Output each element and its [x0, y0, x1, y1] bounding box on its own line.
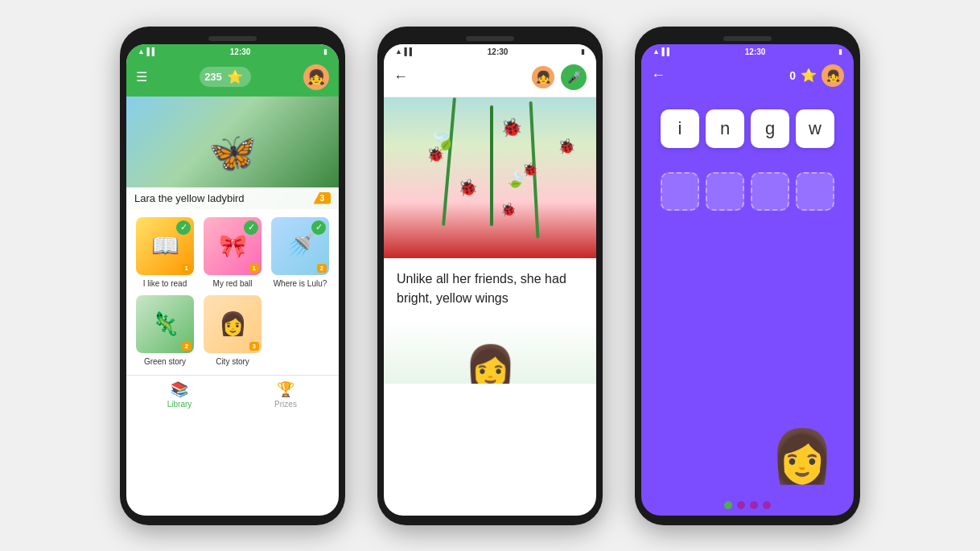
- books-grid: 📖 ✓ 1 I like to read 🎀 ✓ 1 My red ball 🚿…: [126, 209, 339, 375]
- book-thumb-read: 📖 ✓ 1: [136, 217, 194, 275]
- status-time-1: 12:30: [230, 47, 251, 56]
- nav-library-label: Library: [167, 400, 192, 409]
- star-icon: ⭐: [227, 69, 243, 84]
- coins-count: 235: [204, 71, 222, 83]
- quiz-star-icon: ⭐: [801, 68, 817, 83]
- featured-level-badge: 3: [313, 192, 331, 204]
- answer-slot-4[interactable]: [796, 172, 834, 211]
- letter-tile-n[interactable]: n: [706, 109, 744, 148]
- book-level-4: 2: [182, 342, 191, 351]
- list-item[interactable]: 📖 ✓ 1 I like to read: [134, 217, 196, 289]
- status-battery-3: ▮: [838, 47, 842, 56]
- phone-library: ▲ ▌▌ 12:30 ▮ ☰ 235 ⭐ 👧 🦋 Lara the yellow…: [120, 27, 345, 525]
- book-label-3: Where is Lulu?: [274, 278, 327, 289]
- progress-dots: [641, 495, 854, 516]
- answer-slot-3[interactable]: [751, 172, 789, 211]
- phone1-screen: ▲ ▌▌ 12:30 ▮ ☰ 235 ⭐ 👧 🦋 Lara the yellow…: [126, 44, 339, 516]
- nav-prizes[interactable]: 🏆 Prizes: [233, 380, 339, 409]
- status-signal-2: ▲ ▌▌: [395, 47, 414, 56]
- book-thumb-lulu: 🚿 ✓ 2: [271, 217, 329, 275]
- answer-slot-1[interactable]: [661, 172, 699, 211]
- character-preview: 👩: [384, 319, 596, 384]
- score-area: 0 ⭐ 👧: [789, 64, 844, 87]
- quiz-body: i n g w: [641, 93, 854, 495]
- library-header: ☰ 235 ⭐ 👧: [126, 58, 339, 97]
- featured-book[interactable]: 🦋 Lara the yellow ladybird 3: [126, 97, 339, 209]
- book-level-2: 1: [249, 264, 259, 273]
- ladybug-4: 🐞: [458, 178, 478, 197]
- user-avatar-2: 👧: [532, 66, 554, 88]
- featured-book-name: Lara the yellow ladybird: [134, 192, 245, 204]
- user-avatar-1[interactable]: 👧: [303, 64, 329, 90]
- book-level-3: 2: [317, 264, 327, 273]
- letter-tile-w[interactable]: w: [796, 109, 834, 148]
- book-label-5: City story: [216, 356, 249, 367]
- back-button[interactable]: ←: [393, 68, 408, 85]
- phone-speaker-1: [208, 36, 257, 41]
- story-text: Unlike all her friends, she had bright, …: [384, 258, 596, 319]
- plant-stem-2: [490, 105, 493, 226]
- status-time-3: 12:30: [745, 47, 766, 56]
- prizes-icon: 🏆: [277, 380, 294, 398]
- progress-dot-1: [724, 501, 732, 509]
- status-battery-2: ▮: [581, 47, 585, 56]
- answer-slot-2[interactable]: [706, 172, 744, 211]
- story-illustration: 🐞 🐞 🐞 🐞 🐞 🐞 🍃 🍃: [384, 97, 596, 258]
- nav-prizes-label: Prizes: [274, 400, 297, 409]
- book-thumb-monster: 🦎 2: [136, 295, 194, 353]
- character-preview-emoji: 👩: [464, 343, 517, 384]
- status-signal: ▲ ▌▌: [138, 47, 157, 56]
- bottom-nav: 📚 Library 🏆 Prizes: [126, 375, 339, 412]
- ladybug-1: 🐞: [500, 117, 522, 138]
- phone-speaker-3: [723, 36, 772, 41]
- list-item[interactable]: 🚿 ✓ 2 Where is Lulu?: [270, 217, 331, 289]
- featured-book-title-bar: Lara the yellow ladybird 3: [126, 187, 339, 209]
- nav-library[interactable]: 📚 Library: [126, 380, 233, 409]
- letter-tiles: i n g w: [661, 109, 834, 148]
- book-level-5: 3: [249, 342, 259, 351]
- avatar-emoji-1: 👧: [307, 68, 325, 86]
- user-avatar-3: 👧: [821, 64, 844, 87]
- phone3-screen: ▲ ▌▌ 12:30 ▮ ← 0 ⭐ 👧 i n: [641, 44, 854, 516]
- quiz-header: ← 0 ⭐ 👧: [641, 58, 854, 93]
- letter-tile-g[interactable]: g: [751, 109, 789, 148]
- book-label-2: My red ball: [213, 278, 253, 289]
- coins-badge: 235 ⭐: [200, 67, 251, 87]
- progress-dot-2: [737, 501, 745, 509]
- check-badge: ✓: [176, 220, 191, 235]
- menu-icon[interactable]: ☰: [136, 71, 147, 84]
- mic-button[interactable]: 🎤: [561, 64, 587, 90]
- book-label-1: I like to read: [143, 278, 187, 289]
- answer-slots: [661, 172, 834, 211]
- reading-header: ← 👧 🎤: [384, 58, 596, 97]
- status-signal-3: ▲ ▌▌: [653, 47, 672, 56]
- quiz-character: 👩: [654, 426, 841, 487]
- book-label-4: Green story: [144, 356, 186, 367]
- quiz-back-button[interactable]: ←: [651, 67, 665, 84]
- reading-actions: 👧 🎤: [532, 64, 587, 90]
- status-battery-1: ▮: [323, 47, 327, 56]
- phone-quiz: ▲ ▌▌ 12:30 ▮ ← 0 ⭐ 👧 i n: [635, 27, 860, 525]
- check-badge-3: ✓: [311, 220, 326, 235]
- letter-tile-i[interactable]: i: [661, 109, 699, 148]
- book-level-1: 1: [182, 264, 191, 273]
- story-text-content: Unlike all her friends, she had bright, …: [397, 272, 566, 305]
- ladybug-5: 🐞: [500, 202, 517, 217]
- mic-icon: 🎤: [567, 71, 581, 84]
- quiz-character-emoji: 👩: [770, 426, 834, 487]
- library-icon: 📚: [171, 380, 188, 398]
- check-badge-2: ✓: [244, 220, 258, 235]
- book-thumb-city: 👩 3: [204, 295, 261, 353]
- status-time-2: 12:30: [488, 47, 509, 56]
- list-item[interactable]: 🎀 ✓ 1 My red ball: [202, 217, 263, 289]
- quiz-score: 0: [789, 69, 796, 82]
- ladybug-6: 🐞: [558, 138, 575, 155]
- list-item[interactable]: 👩 3 City story: [202, 295, 263, 367]
- phone2-screen: ▲ ▌▌ 12:30 ▮ ← 👧 🎤 🐞 🐞 🐞: [384, 44, 596, 516]
- featured-book-illustration: 🦋: [208, 130, 257, 175]
- progress-dot-4: [763, 501, 771, 509]
- phone-speaker-2: [466, 36, 514, 41]
- phone-reading: ▲ ▌▌ 12:30 ▮ ← 👧 🎤 🐞 🐞 🐞: [377, 27, 603, 525]
- list-item[interactable]: 🦎 2 Green story: [134, 295, 196, 367]
- book-thumb-ball: 🎀 ✓ 1: [204, 217, 261, 275]
